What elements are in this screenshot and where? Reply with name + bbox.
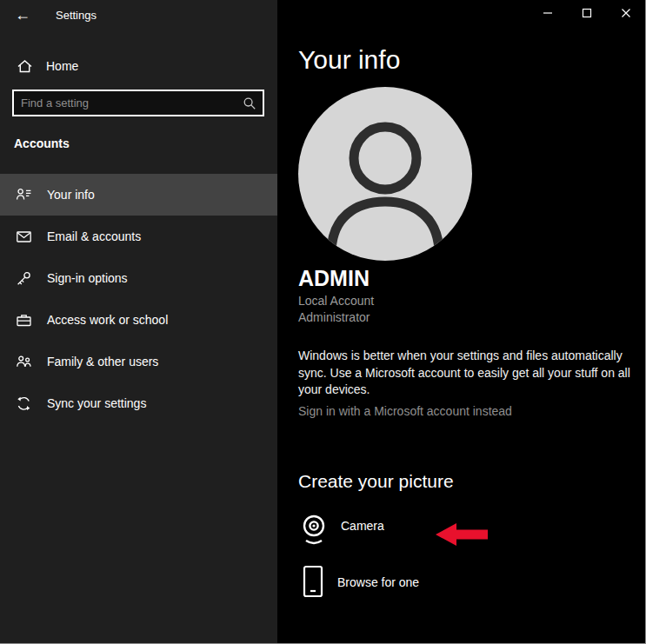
create-picture-heading: Create your picture bbox=[298, 471, 454, 492]
sidebar-item-your-info[interactable]: Your info bbox=[0, 174, 277, 216]
sidebar-item-home[interactable]: Home bbox=[0, 50, 277, 82]
sidebar-nav: Your info Email & accounts bbox=[0, 174, 277, 424]
search-input[interactable] bbox=[14, 96, 236, 110]
sidebar-item-label: Your info bbox=[47, 188, 95, 202]
sidebar-item-label: Sync your settings bbox=[47, 396, 146, 410]
account-line2: Administrator bbox=[298, 309, 374, 326]
maximize-icon bbox=[582, 8, 592, 18]
work-briefcase-icon bbox=[16, 312, 32, 329]
signin-key-icon bbox=[16, 270, 32, 287]
camera-icon bbox=[298, 513, 330, 546]
sidebar: ← Settings Home Accounts bbox=[0, 0, 277, 643]
camera-label: Camera bbox=[341, 519, 384, 533]
sidebar-item-label: Family & other users bbox=[47, 355, 158, 368]
account-type: Local Account Administrator bbox=[298, 293, 374, 326]
browse-label: Browse for one bbox=[337, 575, 419, 589]
sidebar-item-label: Email & accounts bbox=[47, 229, 141, 243]
account-line1: Local Account bbox=[298, 293, 374, 309]
page-title: Your info bbox=[298, 45, 400, 75]
email-icon bbox=[16, 229, 32, 245]
search-box bbox=[12, 90, 264, 116]
sidebar-item-label: Sign-in options bbox=[47, 271, 128, 285]
back-button[interactable]: ← bbox=[7, 2, 38, 28]
titlebar: ← Settings bbox=[0, 0, 277, 35]
annotation-arrow-icon bbox=[436, 521, 489, 548]
family-icon bbox=[16, 354, 32, 370]
maximize-button[interactable] bbox=[567, 0, 606, 26]
browse-option[interactable]: Browse for one bbox=[302, 565, 419, 600]
browse-file-icon bbox=[302, 565, 324, 600]
section-heading-accounts: Accounts bbox=[14, 136, 70, 150]
window-controls bbox=[528, 0, 645, 26]
search-icon[interactable] bbox=[236, 96, 263, 110]
your-info-icon bbox=[16, 187, 32, 203]
sidebar-item-sync-settings[interactable]: Sync your settings bbox=[0, 382, 277, 424]
main-pane: Your info ADMIN Local Account Administra… bbox=[277, 0, 645, 643]
minimize-button[interactable] bbox=[528, 0, 567, 26]
camera-option[interactable]: Camera bbox=[298, 513, 384, 546]
close-button[interactable] bbox=[606, 0, 645, 26]
home-icon bbox=[17, 58, 33, 75]
close-icon bbox=[621, 8, 631, 18]
microsoft-account-link[interactable]: Sign in with a Microsoft account instead bbox=[298, 404, 512, 418]
sidebar-item-family-other-users[interactable]: Family & other users bbox=[0, 341, 277, 382]
sync-description: Windows is better when your settings and… bbox=[298, 348, 634, 399]
sidebar-item-signin-options[interactable]: Sign-in options bbox=[0, 257, 277, 299]
app-title: Settings bbox=[56, 9, 97, 22]
sync-icon bbox=[16, 395, 32, 412]
account-name: ADMIN bbox=[298, 266, 370, 291]
minimize-icon bbox=[543, 8, 553, 18]
settings-window: ← Settings Home Accounts bbox=[0, 0, 646, 644]
sidebar-item-email-accounts[interactable]: Email & accounts bbox=[0, 216, 277, 257]
home-label: Home bbox=[46, 59, 78, 73]
avatar bbox=[298, 87, 472, 261]
sidebar-item-label: Access work or school bbox=[47, 313, 168, 327]
person-icon bbox=[298, 87, 472, 261]
sidebar-item-access-work-school[interactable]: Access work or school bbox=[0, 299, 277, 341]
